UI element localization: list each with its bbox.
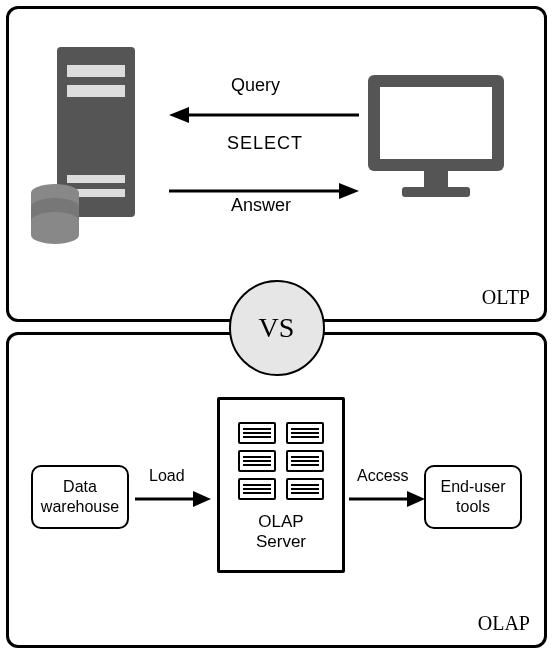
svg-rect-14 bbox=[424, 171, 448, 187]
access-arrow-icon bbox=[349, 489, 425, 509]
svg-marker-17 bbox=[169, 107, 189, 123]
select-label: SELECT bbox=[227, 133, 303, 154]
olap-label: OLAP bbox=[478, 612, 530, 635]
svg-rect-3 bbox=[67, 175, 125, 183]
olap-server-box: OLAP Server bbox=[217, 397, 345, 573]
olap-server-label: OLAP Server bbox=[256, 512, 306, 553]
vs-circle: VS bbox=[229, 280, 325, 376]
olap-panel: Data warehouse OLAP Server End-user tool… bbox=[6, 332, 547, 648]
oltp-label: OLTP bbox=[482, 286, 530, 309]
data-warehouse-label: Data warehouse bbox=[41, 477, 119, 517]
vs-label: VS bbox=[259, 312, 295, 344]
oltp-panel: Query SELECT Answer OLTP bbox=[6, 6, 547, 322]
rack-icon bbox=[286, 450, 324, 472]
rack-icon bbox=[286, 478, 324, 500]
end-user-tools-box: End-user tools bbox=[424, 465, 522, 529]
database-disks-icon bbox=[29, 183, 81, 245]
query-arrow-icon bbox=[169, 105, 359, 125]
diagram-canvas: Query SELECT Answer OLTP Data warehouse … bbox=[0, 0, 553, 655]
rack-icon bbox=[286, 422, 324, 444]
server-rack-icons bbox=[238, 422, 324, 500]
rack-icon bbox=[238, 450, 276, 472]
load-label: Load bbox=[149, 467, 185, 485]
computer-monitor-icon bbox=[366, 73, 506, 201]
answer-label: Answer bbox=[231, 195, 291, 216]
access-label: Access bbox=[357, 467, 409, 485]
svg-point-11 bbox=[31, 226, 79, 244]
rack-icon bbox=[238, 422, 276, 444]
svg-rect-13 bbox=[380, 87, 492, 159]
svg-marker-21 bbox=[193, 491, 211, 507]
svg-rect-1 bbox=[67, 65, 125, 77]
query-label: Query bbox=[231, 75, 280, 96]
data-warehouse-box: Data warehouse bbox=[31, 465, 129, 529]
svg-marker-19 bbox=[339, 183, 359, 199]
rack-icon bbox=[238, 478, 276, 500]
svg-marker-23 bbox=[407, 491, 425, 507]
load-arrow-icon bbox=[135, 489, 211, 509]
svg-rect-15 bbox=[402, 187, 470, 197]
svg-rect-2 bbox=[67, 85, 125, 97]
end-user-tools-label: End-user tools bbox=[441, 477, 506, 517]
